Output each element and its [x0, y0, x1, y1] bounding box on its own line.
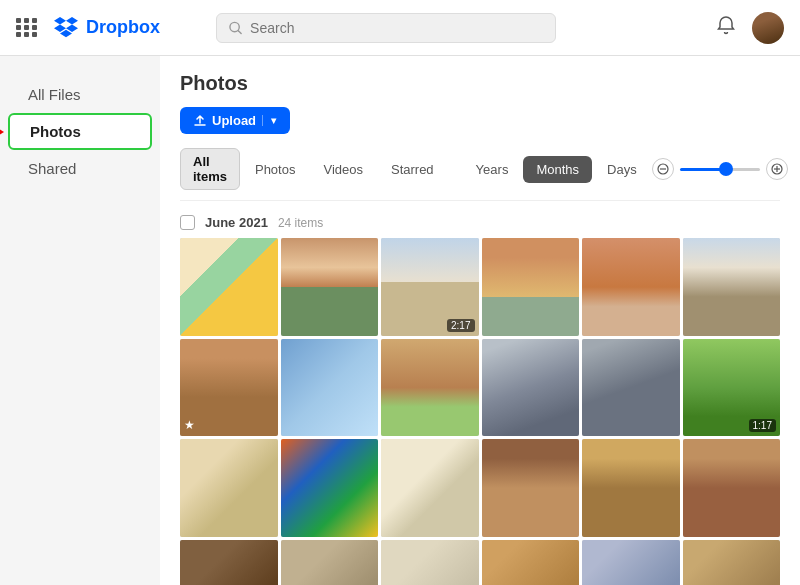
dropbox-logo-icon [54, 17, 78, 39]
month-header: June 2021 24 items [180, 215, 780, 230]
photo-item[interactable] [482, 238, 580, 336]
photo-item[interactable] [683, 540, 781, 586]
photo-item[interactable] [180, 238, 278, 336]
photo-item[interactable] [582, 540, 680, 586]
sidebar: All Files Photos Shared [0, 56, 160, 585]
zoom-controls [652, 158, 788, 180]
photo-item[interactable] [683, 238, 781, 336]
photo-item[interactable] [582, 339, 680, 437]
upload-icon [194, 115, 206, 127]
photo-item[interactable]: 2:17 [381, 238, 479, 336]
tab-years[interactable]: Years [463, 156, 522, 183]
notifications-icon[interactable] [716, 15, 736, 40]
svg-line-1 [238, 30, 241, 33]
tab-videos[interactable]: Videos [310, 156, 376, 183]
photo-item[interactable] [281, 540, 379, 586]
search-bar[interactable] [216, 13, 556, 43]
photo-item[interactable] [180, 540, 278, 586]
tab-months[interactable]: Months [523, 156, 592, 183]
photo-item[interactable] [582, 439, 680, 537]
sidebar-item-photos[interactable]: Photos [8, 113, 152, 150]
tab-all-items[interactable]: All items [180, 148, 240, 190]
tab-days[interactable]: Days [594, 156, 650, 183]
photo-item[interactable] [482, 439, 580, 537]
zoom-out-button[interactable] [652, 158, 674, 180]
video-duration: 1:17 [749, 419, 776, 432]
avatar-image [752, 12, 784, 44]
header-actions [716, 12, 784, 44]
photo-item[interactable]: 1:17 [683, 339, 781, 437]
upload-caret: ▾ [262, 115, 276, 126]
sidebar-item-all-files[interactable]: All Files [8, 78, 152, 111]
avatar[interactable] [752, 12, 784, 44]
layout: All Files Photos Shared Photos Upload ▾ [0, 56, 800, 585]
photo-item[interactable] [683, 439, 781, 537]
app-logo: Dropbox [54, 17, 160, 39]
photo-item[interactable] [281, 238, 379, 336]
photo-item[interactable] [281, 339, 379, 437]
tab-starred[interactable]: Starred [378, 156, 447, 183]
photo-item[interactable] [381, 540, 479, 586]
month-select-checkbox[interactable] [180, 215, 195, 230]
photo-item[interactable] [482, 540, 580, 586]
photo-item[interactable] [381, 339, 479, 437]
page-title: Photos [180, 72, 780, 95]
photo-item[interactable] [180, 439, 278, 537]
zoom-in-button[interactable] [766, 158, 788, 180]
month-count: 24 items [278, 216, 323, 230]
sidebar-item-shared[interactable]: Shared [8, 152, 152, 185]
header: Dropbox [0, 0, 800, 56]
month-title: June 2021 [205, 215, 268, 230]
photo-item[interactable]: ★ [180, 339, 278, 437]
grid-menu-icon[interactable] [16, 18, 38, 37]
video-duration: 2:17 [447, 319, 474, 332]
photo-item[interactable] [482, 339, 580, 437]
app-name: Dropbox [86, 17, 160, 38]
photo-item[interactable] [281, 439, 379, 537]
upload-button[interactable]: Upload ▾ [180, 107, 290, 134]
star-icon: ★ [184, 418, 195, 432]
highlight-arrow [0, 126, 4, 138]
photo-item[interactable] [381, 439, 479, 537]
main-content: Photos Upload ▾ All items Photos Videos … [160, 56, 800, 585]
tab-photos[interactable]: Photos [242, 156, 308, 183]
search-icon [229, 21, 242, 35]
search-input[interactable] [250, 20, 543, 36]
zoom-slider[interactable] [680, 168, 760, 171]
photo-grid: 2:17 ★ [180, 238, 780, 585]
filter-bar: All items Photos Videos Starred Years Mo… [180, 148, 780, 201]
photo-item[interactable] [582, 238, 680, 336]
